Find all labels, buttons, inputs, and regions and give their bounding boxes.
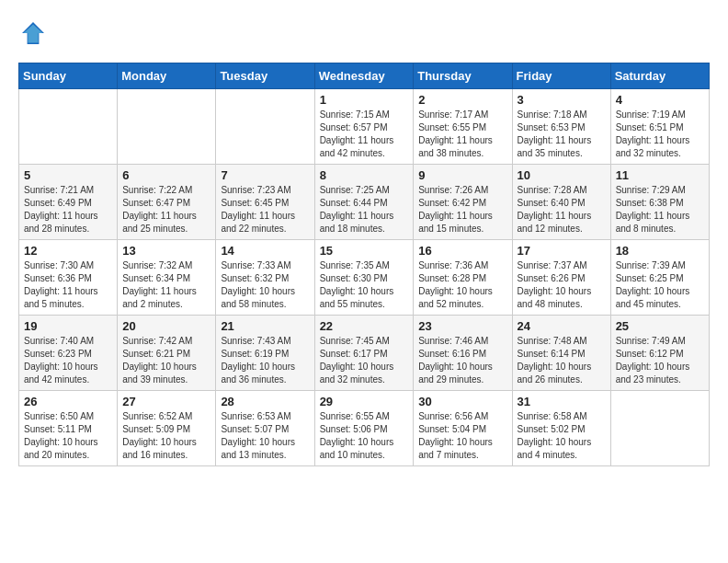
day-cell: 2Sunrise: 7:17 AM Sunset: 6:55 PM Daylig… xyxy=(414,89,512,165)
day-info: Sunrise: 7:15 AM Sunset: 6:57 PM Dayligh… xyxy=(320,109,409,160)
day-cell: 24Sunrise: 7:48 AM Sunset: 6:14 PM Dayli… xyxy=(512,316,610,391)
day-header-sunday: Sunday xyxy=(19,63,118,89)
day-number: 29 xyxy=(320,395,409,408)
day-cell: 17Sunrise: 7:37 AM Sunset: 6:26 PM Dayli… xyxy=(512,240,610,316)
day-info: Sunrise: 6:56 AM Sunset: 5:04 PM Dayligh… xyxy=(418,410,506,462)
day-cell: 15Sunrise: 7:35 AM Sunset: 6:30 PM Dayli… xyxy=(314,240,414,316)
week-row-3: 12Sunrise: 7:30 AM Sunset: 6:36 PM Dayli… xyxy=(19,240,710,316)
day-number: 17 xyxy=(518,244,606,258)
day-header-thursday: Thursday xyxy=(414,63,512,89)
day-info: Sunrise: 6:53 AM Sunset: 5:07 PM Dayligh… xyxy=(221,410,309,462)
calendar-header: SundayMondayTuesdayWednesdayThursdayFrid… xyxy=(19,63,710,89)
day-info: Sunrise: 7:43 AM Sunset: 6:19 PM Dayligh… xyxy=(221,335,309,386)
day-number: 21 xyxy=(221,319,309,333)
day-info: Sunrise: 7:22 AM Sunset: 6:47 PM Dayligh… xyxy=(122,184,210,236)
day-cell: 19Sunrise: 7:40 AM Sunset: 6:23 PM Dayli… xyxy=(19,316,118,391)
week-row-5: 26Sunrise: 6:50 AM Sunset: 5:11 PM Dayli… xyxy=(19,391,710,466)
day-info: Sunrise: 7:19 AM Sunset: 6:51 PM Dayligh… xyxy=(616,109,704,160)
day-cell xyxy=(216,89,314,165)
day-cell: 16Sunrise: 7:36 AM Sunset: 6:28 PM Dayli… xyxy=(414,240,512,316)
day-number: 6 xyxy=(122,168,210,182)
day-info: Sunrise: 7:17 AM Sunset: 6:55 PM Dayligh… xyxy=(418,109,506,160)
day-info: Sunrise: 7:42 AM Sunset: 6:21 PM Dayligh… xyxy=(122,335,210,386)
day-number: 12 xyxy=(24,244,112,258)
day-info: Sunrise: 7:40 AM Sunset: 6:23 PM Dayligh… xyxy=(24,335,112,386)
day-number: 19 xyxy=(24,319,112,333)
day-cell: 23Sunrise: 7:46 AM Sunset: 6:16 PM Dayli… xyxy=(414,316,512,391)
calendar-table: SundayMondayTuesdayWednesdayThursdayFrid… xyxy=(18,63,710,466)
day-cell: 27Sunrise: 6:52 AM Sunset: 5:09 PM Dayli… xyxy=(118,391,216,466)
day-header-monday: Monday xyxy=(118,63,216,89)
day-info: Sunrise: 7:35 AM Sunset: 6:30 PM Dayligh… xyxy=(320,259,409,311)
day-number: 31 xyxy=(518,395,606,408)
day-cell: 28Sunrise: 6:53 AM Sunset: 5:07 PM Dayli… xyxy=(216,391,314,466)
day-number: 20 xyxy=(122,319,210,333)
day-number: 5 xyxy=(24,168,112,182)
day-cell: 10Sunrise: 7:28 AM Sunset: 6:40 PM Dayli… xyxy=(512,165,610,240)
day-cell: 7Sunrise: 7:23 AM Sunset: 6:45 PM Daylig… xyxy=(216,165,314,240)
day-cell: 30Sunrise: 6:56 AM Sunset: 5:04 PM Dayli… xyxy=(414,391,512,466)
day-header-saturday: Saturday xyxy=(610,63,709,89)
day-number: 9 xyxy=(418,168,506,182)
day-cell: 31Sunrise: 6:58 AM Sunset: 5:02 PM Dayli… xyxy=(512,391,610,466)
day-number: 7 xyxy=(221,168,309,182)
day-info: Sunrise: 7:39 AM Sunset: 6:25 PM Dayligh… xyxy=(616,259,704,311)
day-info: Sunrise: 7:21 AM Sunset: 6:49 PM Dayligh… xyxy=(24,184,112,236)
day-number: 18 xyxy=(616,244,704,258)
day-number: 13 xyxy=(122,244,210,258)
day-number: 24 xyxy=(518,319,606,333)
day-number: 30 xyxy=(418,395,506,408)
day-number: 28 xyxy=(221,395,309,408)
day-number: 22 xyxy=(320,319,409,333)
day-info: Sunrise: 7:46 AM Sunset: 6:16 PM Dayligh… xyxy=(418,335,506,386)
day-number: 27 xyxy=(122,395,210,408)
logo xyxy=(18,18,51,48)
day-info: Sunrise: 7:23 AM Sunset: 6:45 PM Dayligh… xyxy=(221,184,309,236)
day-info: Sunrise: 7:48 AM Sunset: 6:14 PM Dayligh… xyxy=(518,335,606,386)
day-cell: 13Sunrise: 7:32 AM Sunset: 6:34 PM Dayli… xyxy=(118,240,216,316)
week-row-2: 5Sunrise: 7:21 AM Sunset: 6:49 PM Daylig… xyxy=(19,165,710,240)
day-info: Sunrise: 7:32 AM Sunset: 6:34 PM Dayligh… xyxy=(122,259,210,311)
day-cell xyxy=(610,391,709,466)
day-cell xyxy=(19,89,118,165)
day-info: Sunrise: 6:52 AM Sunset: 5:09 PM Dayligh… xyxy=(122,410,210,462)
day-cell: 18Sunrise: 7:39 AM Sunset: 6:25 PM Dayli… xyxy=(610,240,709,316)
day-info: Sunrise: 7:28 AM Sunset: 6:40 PM Dayligh… xyxy=(518,184,606,236)
day-info: Sunrise: 6:58 AM Sunset: 5:02 PM Dayligh… xyxy=(518,410,606,462)
day-info: Sunrise: 6:55 AM Sunset: 5:06 PM Dayligh… xyxy=(320,410,409,462)
day-cell: 11Sunrise: 7:29 AM Sunset: 6:38 PM Dayli… xyxy=(610,165,709,240)
day-cell: 6Sunrise: 7:22 AM Sunset: 6:47 PM Daylig… xyxy=(118,165,216,240)
day-cell: 14Sunrise: 7:33 AM Sunset: 6:32 PM Dayli… xyxy=(216,240,314,316)
day-number: 2 xyxy=(418,93,506,107)
day-number: 23 xyxy=(418,319,506,333)
day-cell: 12Sunrise: 7:30 AM Sunset: 6:36 PM Dayli… xyxy=(19,240,118,316)
day-number: 4 xyxy=(616,93,704,107)
day-cell: 9Sunrise: 7:26 AM Sunset: 6:42 PM Daylig… xyxy=(414,165,512,240)
day-number: 11 xyxy=(616,168,704,182)
day-number: 1 xyxy=(320,93,409,107)
header-row: SundayMondayTuesdayWednesdayThursdayFrid… xyxy=(19,63,710,89)
day-cell: 21Sunrise: 7:43 AM Sunset: 6:19 PM Dayli… xyxy=(216,316,314,391)
day-info: Sunrise: 7:49 AM Sunset: 6:12 PM Dayligh… xyxy=(616,335,704,386)
day-info: Sunrise: 6:50 AM Sunset: 5:11 PM Dayligh… xyxy=(24,410,112,462)
logo-icon xyxy=(18,18,48,48)
day-info: Sunrise: 7:36 AM Sunset: 6:28 PM Dayligh… xyxy=(418,259,506,311)
day-header-wednesday: Wednesday xyxy=(314,63,414,89)
day-number: 15 xyxy=(320,244,409,258)
day-cell: 22Sunrise: 7:45 AM Sunset: 6:17 PM Dayli… xyxy=(314,316,414,391)
day-number: 10 xyxy=(518,168,606,182)
day-cell: 3Sunrise: 7:18 AM Sunset: 6:53 PM Daylig… xyxy=(512,89,610,165)
day-cell: 1Sunrise: 7:15 AM Sunset: 6:57 PM Daylig… xyxy=(314,89,414,165)
week-row-4: 19Sunrise: 7:40 AM Sunset: 6:23 PM Dayli… xyxy=(19,316,710,391)
day-info: Sunrise: 7:37 AM Sunset: 6:26 PM Dayligh… xyxy=(518,259,606,311)
day-number: 26 xyxy=(24,395,112,408)
day-cell: 20Sunrise: 7:42 AM Sunset: 6:21 PM Dayli… xyxy=(118,316,216,391)
day-header-tuesday: Tuesday xyxy=(216,63,314,89)
day-info: Sunrise: 7:25 AM Sunset: 6:44 PM Dayligh… xyxy=(320,184,409,236)
day-cell xyxy=(118,89,216,165)
day-number: 25 xyxy=(616,319,704,333)
svg-marker-1 xyxy=(24,24,43,42)
day-cell: 29Sunrise: 6:55 AM Sunset: 5:06 PM Dayli… xyxy=(314,391,414,466)
day-info: Sunrise: 7:45 AM Sunset: 6:17 PM Dayligh… xyxy=(320,335,409,386)
day-info: Sunrise: 7:18 AM Sunset: 6:53 PM Dayligh… xyxy=(518,109,606,160)
